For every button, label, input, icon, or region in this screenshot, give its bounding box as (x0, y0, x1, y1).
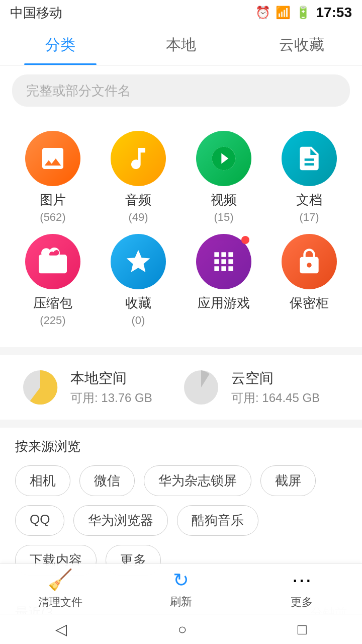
clean-icon: 🧹 (48, 568, 73, 592)
bottom-nav-refresh[interactable]: ↻ 刷新 (121, 569, 241, 609)
recent-apps-button[interactable]: □ (298, 621, 307, 638)
source-tag-screenshot[interactable]: 截屏 (260, 465, 316, 496)
category-label-app: 应用游戏 (198, 294, 250, 312)
search-placeholder: 完整或部分文件名 (26, 82, 131, 100)
battery-icon: 🔋 (296, 6, 311, 20)
category-count-audio: (49) (128, 211, 148, 224)
category-video[interactable]: 视频 (15) (181, 131, 266, 224)
storage-section: 本地空间 可用: 13.76 GB 云空间 可用: 164.45 GB (0, 355, 362, 420)
status-bar: 中国移动 ⏰ 📶 🔋 17:53 (0, 0, 362, 25)
category-icon-app (196, 234, 251, 289)
wifi-icon: 📶 (276, 6, 291, 20)
category-doc[interactable]: 文档 (17) (266, 131, 352, 224)
tab-category[interactable]: 分类 (0, 25, 121, 65)
category-label-doc: 文档 (296, 191, 322, 209)
cloud-storage: 云空间 可用: 164.45 GB (181, 367, 342, 408)
category-count-image: (562) (40, 211, 65, 224)
category-icon-archive (25, 234, 80, 289)
bottom-nav-clean[interactable]: 🧹 清理文件 (0, 568, 121, 610)
local-storage-avail: 可用: 13.76 GB (70, 390, 152, 406)
more-label: 更多 (291, 595, 313, 610)
alarm-icon: ⏰ (255, 6, 270, 20)
category-count-doc: (17) (299, 211, 319, 224)
category-vault[interactable]: 保密柜 (266, 234, 352, 327)
category-archive[interactable]: 压缩包 (225) (10, 234, 96, 327)
tab-local[interactable]: 本地 (121, 25, 241, 65)
search-container: 完整或部分文件名 (0, 65, 362, 116)
source-tag-camera[interactable]: 相机 (15, 465, 70, 496)
source-tag-qq[interactable]: QQ (15, 505, 64, 536)
local-storage-info: 本地空间 可用: 13.76 GB (70, 369, 152, 406)
categories-grid: 图片 (562) 音频 (49) 视频 (15) 文档 (17) (0, 126, 362, 332)
local-storage-pie (20, 367, 60, 408)
search-bar[interactable]: 完整或部分文件名 (12, 74, 350, 107)
category-label-favorite: 收藏 (125, 294, 151, 312)
source-tags: 相机 微信 华为杂志锁屏 截屏 QQ 华为浏览器 酷狗音乐 下载内容 更多 (15, 465, 347, 576)
source-title: 按来源浏览 (15, 438, 347, 455)
cloud-storage-info: 云空间 可用: 164.45 GB (231, 369, 320, 406)
more-icon: ⋯ (292, 569, 312, 592)
sys-nav-bar: ◁ ○ □ (0, 614, 362, 644)
category-app[interactable]: 应用游戏 (181, 234, 266, 327)
tab-cloud[interactable]: 云收藏 (241, 25, 362, 65)
category-audio[interactable]: 音频 (49) (96, 131, 181, 224)
time-display: 17:53 (316, 5, 352, 21)
category-label-archive: 压缩包 (33, 294, 72, 312)
category-image[interactable]: 图片 (562) (10, 131, 96, 224)
bottom-nav: 🧹 清理文件 ↻ 刷新 ⋯ 更多 (0, 564, 362, 614)
carrier-text: 中国移动 (10, 4, 62, 22)
bottom-nav-more[interactable]: ⋯ 更多 (241, 569, 362, 610)
category-icon-video (196, 131, 251, 186)
source-tag-wechat[interactable]: 微信 (79, 465, 135, 496)
cloud-storage-title: 云空间 (231, 369, 320, 388)
local-storage-title: 本地空间 (70, 369, 152, 388)
app-badge (241, 236, 249, 244)
cloud-storage-avail: 可用: 164.45 GB (231, 390, 320, 406)
source-tag-kugou[interactable]: 酷狗音乐 (177, 505, 258, 536)
category-label-video: 视频 (211, 191, 237, 209)
category-count-favorite: (0) (132, 314, 145, 327)
refresh-icon: ↻ (173, 569, 189, 591)
category-icon-doc (282, 131, 337, 186)
source-section: 按来源浏览 相机 微信 华为杂志锁屏 截屏 QQ 华为浏览器 酷狗音乐 下载内容… (0, 428, 362, 586)
categories-section: 图片 (562) 音频 (49) 视频 (15) 文档 (17) (0, 116, 362, 347)
back-button[interactable]: ◁ (55, 620, 67, 638)
refresh-label: 刷新 (170, 594, 192, 609)
category-favorite[interactable]: 收藏 (0) (96, 234, 181, 327)
clean-label: 清理文件 (38, 595, 82, 610)
category-icon-image (25, 131, 80, 186)
category-label-vault: 保密柜 (290, 294, 329, 312)
cloud-storage-pie (181, 367, 221, 408)
main-tab-bar: 分类 本地 云收藏 (0, 25, 362, 65)
status-icons: ⏰ 📶 🔋 17:53 (255, 5, 352, 21)
source-tag-huaweibrowser[interactable]: 华为浏览器 (73, 505, 168, 536)
category-icon-audio (111, 131, 166, 186)
source-tag-huaweimagazine[interactable]: 华为杂志锁屏 (144, 465, 251, 496)
category-label-image: 图片 (40, 191, 66, 209)
category-count-video: (15) (214, 211, 233, 224)
home-button[interactable]: ○ (177, 621, 187, 638)
category-label-audio: 音频 (125, 191, 151, 209)
category-icon-vault (282, 234, 337, 289)
category-count-archive: (225) (40, 314, 65, 327)
local-storage: 本地空间 可用: 13.76 GB (20, 367, 181, 408)
category-icon-favorite (111, 234, 166, 289)
